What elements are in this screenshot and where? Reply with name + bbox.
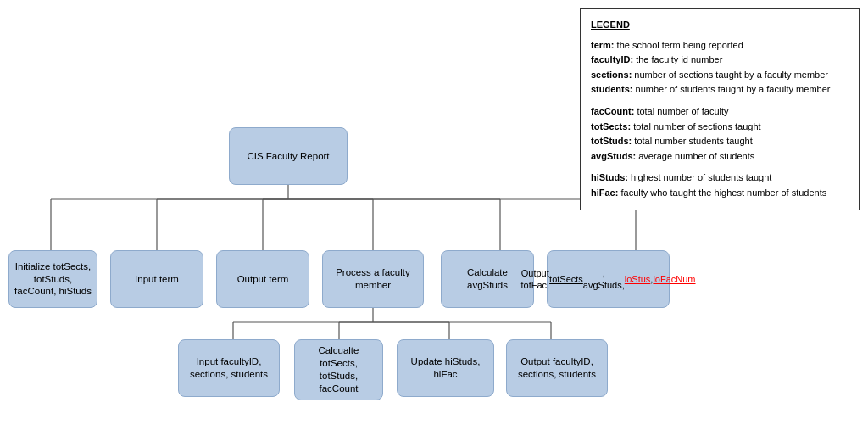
- node-output-totfac: Output totFac, totSects, avgStuds, loStu…: [547, 250, 670, 308]
- legend-item-totsects: totSects: total number of sections taugh…: [591, 120, 849, 135]
- legend-item-faccount: facCount: total number of faculty: [591, 104, 849, 120]
- node-output-term: Output term: [216, 250, 309, 308]
- legend-title: LEGEND: [591, 18, 849, 33]
- legend-box: LEGEND term: the school term being repor…: [580, 8, 860, 210]
- node-initialize: Initialize totSects, totStuds, facCount,…: [8, 250, 97, 308]
- node-update-histuds: Update hiStuds, hiFac: [397, 339, 494, 397]
- legend-item-histuds: hiStuds: highest number of students taug…: [591, 170, 849, 186]
- legend-item-facultyid: facultyID: the faculty id number: [591, 53, 849, 68]
- legend-item-totstuds: totStuds: total number students taught: [591, 134, 849, 149]
- legend-item-students: students: number of students taught by a…: [591, 82, 849, 98]
- node-output-facultyid: Output facultyID, sections, students: [506, 339, 608, 397]
- node-input-facultyid: Input facultyID, sections, students: [178, 339, 280, 397]
- legend-group-2: facCount: total number of faculty totSec…: [591, 104, 849, 164]
- legend-item-avgstuds: avgStuds: average number of students: [591, 149, 849, 165]
- node-process-faculty: Process a faculty member: [322, 250, 424, 308]
- legend-group-1: term: the school term being reported fac…: [591, 38, 849, 98]
- diagram-container: CIS Faculty Report Initialize totSects, …: [0, 0, 868, 436]
- node-input-term: Input term: [110, 250, 203, 308]
- root-node: CIS Faculty Report: [229, 127, 348, 185]
- node-calculate-totsects: Calcualte totSects, totStuds, facCount: [294, 339, 383, 400]
- legend-group-3: hiStuds: highest number of students taug…: [591, 170, 849, 200]
- legend-item-term: term: the school term being reported: [591, 38, 849, 53]
- legend-item-sections: sections: number of sections taught by a…: [591, 68, 849, 83]
- legend-item-hifac: hiFac: faculty who taught the highest nu…: [591, 186, 849, 201]
